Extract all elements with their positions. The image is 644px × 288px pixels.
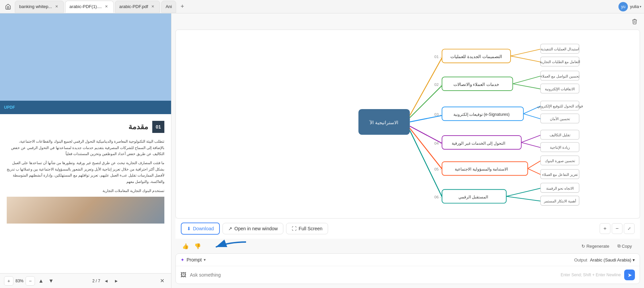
- zoom-out-button[interactable]: −: [26, 276, 35, 286]
- prompt-label: Prompt: [187, 257, 202, 262]
- prompt-input-area: 🖼 Enter Send; Shift + Enter Newline ➤: [176, 266, 640, 284]
- tab-close-banking[interactable]: ✕: [54, 4, 59, 9]
- scroll-down-button[interactable]: ▼: [47, 277, 55, 285]
- user-name[interactable]: yulia: [630, 4, 639, 9]
- pdf-bottom-image: [7, 197, 164, 224]
- prompt-hint: Enter Send; Shift + Enter Newline: [561, 273, 621, 277]
- svg-text:03 -: 03 -: [434, 112, 441, 116]
- full-screen-button[interactable]: ⛶ Full Screen: [286, 223, 328, 234]
- svg-text:استبدال العمليات التنفيذية: استبدال العمليات التنفيذية: [541, 47, 579, 51]
- zoom-fit-button[interactable]: ⤢: [624, 223, 635, 234]
- pdf-toolbar-right: ✕: [158, 276, 167, 286]
- pdf-toolbar-left: + 83% − ▲ ▼: [4, 276, 55, 286]
- prompt-right: Output Arabic (Saudi Arabia) ▾: [574, 257, 635, 262]
- language-chevron-icon: ▾: [633, 257, 635, 262]
- prev-page-button[interactable]: ◂: [102, 277, 110, 285]
- svg-line-19: [513, 84, 540, 89]
- arrow-annotation: [209, 237, 249, 254]
- download-button[interactable]: ⬇ Download: [181, 223, 220, 235]
- svg-line-9: [511, 56, 540, 62]
- feedback-row: 👍 👎 ↻ Regenerate ⧉ Copy: [175, 239, 640, 253]
- zoom-controls: + − ⤢: [600, 223, 635, 234]
- svg-text:تحسين التواصل مع العملاء: تحسين التواصل مع العملاء: [540, 74, 579, 79]
- copy-icon: ⧉: [617, 243, 620, 249]
- pdf-toolbar: + 83% − ▲ ▼ 2 / 7 ◂ ▸ ✕: [0, 273, 171, 288]
- mind-map-area: الاستراتيجية الآ التصميمات الجديدة للعمل…: [175, 30, 640, 219]
- updf-logo: UPDF: [4, 105, 15, 110]
- action-bar: ⬇ Download ↗ Open in new window ⛶ Full S…: [175, 219, 640, 239]
- svg-text:الاتجاه نحو الرقمنة: الاتجاه نحو الرقمنة: [546, 186, 574, 191]
- svg-text:تعزيز التفاعل مع العملاء: تعزيز التفاعل مع العملاء: [542, 173, 578, 177]
- zoom-out-mindmap-button[interactable]: −: [612, 223, 622, 234]
- zoom-in-mindmap-button[interactable]: +: [600, 223, 610, 234]
- delete-button[interactable]: [629, 16, 640, 27]
- tab-bar: banking whitep... ✕ arabic-PDF(1).... ✕ …: [0, 0, 644, 13]
- svg-text:01 -: 01 -: [434, 55, 441, 59]
- tab-arabic-pdf[interactable]: arabic-PDF.pdf ✕: [115, 1, 160, 13]
- svg-text:فوائد التحول للتوقيع الإلكترون: فوائد التحول للتوقيع الإلكتروني: [537, 104, 583, 108]
- svg-line-59: [506, 196, 540, 201]
- pdf-heading: مقدمة 01: [7, 121, 164, 133]
- regenerate-icon: ↻: [581, 244, 585, 249]
- prompt-sparkle-icon: ✦: [180, 257, 185, 262]
- tab-arabic-pdf1[interactable]: arabic-PDF(1).... ✕: [65, 1, 114, 13]
- right-panel-header: [171, 13, 644, 30]
- copy-label: Copy: [622, 244, 632, 249]
- user-chevron-icon[interactable]: ▾: [640, 5, 641, 8]
- next-page-button[interactable]: ▸: [112, 277, 120, 285]
- copy-button[interactable]: ⧉ Copy: [615, 242, 635, 250]
- pdf-heading-num: 01: [152, 121, 164, 133]
- mind-map-svg: الاستراتيجية الآ التصميمات الجديدة للعمل…: [176, 30, 640, 218]
- pdf-page-nav: 2 / 7 ◂ ▸: [92, 277, 120, 285]
- prompt-input[interactable]: [190, 272, 557, 278]
- pdf-panel: UPDF مقدمة 01 تتطلب البيئة التكنولوجية ا…: [0, 13, 171, 288]
- tab-ani[interactable]: Ani: [161, 1, 176, 13]
- language-label: Arabic (Saudi Arabia): [590, 257, 631, 262]
- svg-text:تحسين صورة البنوك: تحسين صورة البنوك: [545, 159, 575, 163]
- download-label: Download: [193, 226, 214, 231]
- prompt-area: ✦ Prompt ▾ Output Arabic (Saudi Arabia) …: [175, 253, 640, 284]
- regenerate-button[interactable]: ↻ Regenerate: [579, 242, 612, 250]
- right-panel: الاستراتيجية الآ التصميمات الجديدة للعمل…: [171, 13, 644, 288]
- tab-label: arabic-PDF.pdf: [119, 4, 148, 9]
- pdf-heading-text: مقدمة: [128, 123, 148, 131]
- svg-line-46: [528, 161, 540, 169]
- home-button[interactable]: [3, 1, 13, 12]
- close-pdf-button[interactable]: ✕: [158, 276, 167, 286]
- thumbs-down-button[interactable]: 👎: [193, 241, 202, 251]
- svg-line-36: [521, 135, 540, 143]
- prompt-dropdown-button[interactable]: ▾: [204, 257, 206, 262]
- thumbs-up-button[interactable]: 👍: [181, 241, 190, 251]
- tab-label: arabic-PDF(1)....: [70, 4, 102, 9]
- download-icon: ⬇: [187, 226, 191, 231]
- scroll-up-button[interactable]: ▲: [37, 277, 45, 285]
- add-tab-button[interactable]: +: [177, 2, 187, 11]
- mind-map-svg-container: الاستراتيجية الآ التصميمات الجديدة للعمل…: [176, 30, 640, 218]
- svg-text:05 -: 05 -: [434, 167, 441, 171]
- avatar[interactable]: yu: [618, 2, 628, 11]
- zoom-in-button[interactable]: +: [4, 276, 13, 286]
- tab-close-arabic[interactable]: ✕: [150, 4, 156, 9]
- pdf-page-info: 2 / 7: [92, 279, 100, 283]
- language-select-button[interactable]: Arabic (Saudi Arabia) ▾: [590, 257, 635, 262]
- open-new-window-button[interactable]: ↗ Open in new window: [223, 223, 283, 234]
- open-icon: ↗: [228, 226, 232, 231]
- feedback-left: 👍 👎: [181, 241, 202, 251]
- prompt-header: ✦ Prompt ▾ Output Arabic (Saudi Arabia) …: [176, 254, 640, 266]
- svg-text:الاستراتيجية الآ: الاستراتيجية الآ: [369, 120, 398, 126]
- cover-image-placeholder: [0, 13, 171, 101]
- pdf-image-area: UPDF مقدمة 01 تتطلب البيئة التكنولوجية ا…: [0, 13, 171, 273]
- svg-text:أهمية الابتكار المستمر: أهمية الابتكار المستمر: [544, 199, 576, 203]
- tab-close-arabic1[interactable]: ✕: [104, 4, 109, 9]
- svg-text:المستقبل الرقمي: المستقبل الرقمي: [458, 195, 488, 199]
- svg-line-6: [511, 49, 540, 56]
- open-new-window-label: Open in new window: [234, 226, 278, 231]
- tab-banking-whitep[interactable]: banking whitep... ✕: [15, 1, 64, 13]
- svg-text:التحول إلى الخدمات غير الورقية: التحول إلى الخدمات غير الورقية: [452, 141, 505, 146]
- svg-text:التعامل مع الطلبات التجارية: التعامل مع الطلبات التجارية: [540, 60, 580, 64]
- svg-text:04 -: 04 -: [434, 141, 441, 145]
- svg-text:الاتفاقيات الإلكترونية: الاتفاقيات الإلكترونية: [545, 87, 575, 91]
- pdf-cover-image: [0, 13, 171, 101]
- send-button[interactable]: ➤: [624, 270, 635, 280]
- action-bar-left: ⬇ Download ↗ Open in new window ⛶ Full S…: [181, 223, 328, 235]
